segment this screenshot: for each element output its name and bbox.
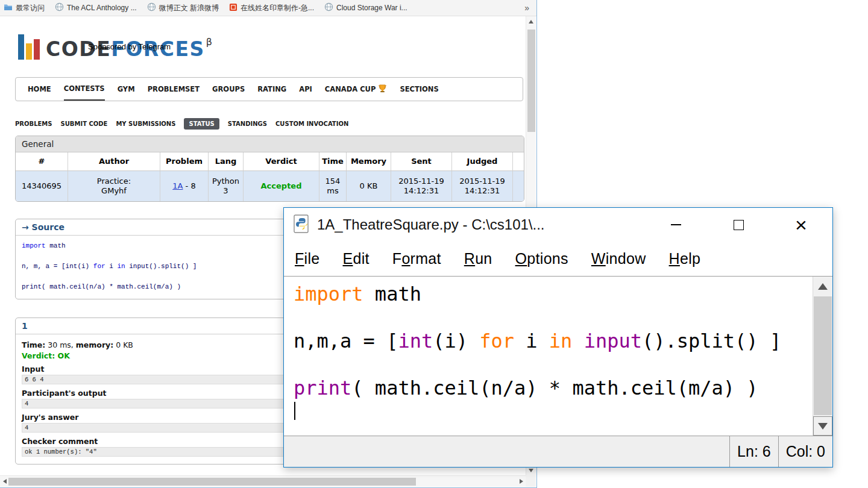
scroll-down-arrow-icon[interactable]	[529, 469, 533, 472]
bookmark-seal-maker[interactable]: 在线姓名印章制作-急...	[229, 3, 314, 13]
submission-sent: 2015-11-19 14:12:31	[391, 171, 452, 201]
nav-canada-cup[interactable]: CANADA CUP	[325, 78, 388, 101]
code-line	[294, 306, 808, 330]
code-line	[294, 400, 808, 424]
menu-file[interactable]: File	[295, 250, 320, 267]
nav-sections[interactable]: SECTIONS	[400, 78, 438, 101]
codeforces-bars-icon	[18, 34, 40, 60]
scrollbar-corner	[526, 475, 536, 487]
col-header-problem: Problem	[160, 152, 209, 171]
subnav-my-submissions[interactable]: MY SUBMISSIONS	[116, 120, 175, 127]
subnav-status[interactable]: STATUS	[184, 118, 219, 130]
main-nav: HOME CONTESTS GYM PROBLEMSET GROUPS RATI…	[15, 77, 523, 101]
menu-run[interactable]: Run	[464, 250, 492, 267]
editor-scroll-up-button[interactable]	[813, 277, 832, 296]
contest-subnav: PROBLEMS SUBMIT CODE MY SUBMISSIONS STAT…	[15, 118, 348, 130]
desktop: 最常访问 The ACL Anthology ... 微博正文 新浪微博 在线姓…	[0, 0, 868, 488]
subnav-submit-code[interactable]: SUBMIT CODE	[61, 120, 108, 127]
python-file-icon	[294, 214, 310, 236]
scroll-down-arrow-icon	[818, 423, 828, 430]
close-button[interactable]: ×	[770, 208, 832, 242]
menu-format[interactable]: Format	[392, 250, 441, 267]
col-header-sent: Sent	[391, 152, 452, 171]
subnav-custom-invocation[interactable]: CUSTOM INVOCATION	[275, 120, 348, 127]
bookmarks-overflow-chevron[interactable]: »	[521, 3, 533, 13]
bookmark-weibo[interactable]: 微博正文 新浪微博	[147, 2, 219, 13]
folder-icon	[4, 3, 13, 13]
nav-gym[interactable]: GYM	[118, 78, 135, 101]
nav-problemset[interactable]: PROBLEMSET	[148, 78, 200, 101]
submission-time: 154 ms	[319, 171, 347, 201]
bookmark-cloud-storage[interactable]: Cloud Storage War i...	[324, 2, 407, 13]
scroll-left-arrow-icon[interactable]	[3, 479, 7, 484]
code-line: import math	[294, 283, 808, 306]
bookmark-most-visited[interactable]: 最常访问	[4, 3, 45, 13]
line-indicator: Ln: 6	[729, 436, 778, 467]
subnav-problems[interactable]: PROBLEMS	[15, 120, 52, 127]
col-header-time: Time	[319, 152, 347, 171]
logo-tagline: Sponsored by Telegram	[88, 42, 171, 51]
bookmark-label: Cloud Storage War i...	[336, 4, 407, 12]
col-header-judged: Judged	[452, 152, 513, 171]
code-line: n,m,a = [int(i) for i in input().split()…	[294, 330, 808, 353]
idle-menubar: File Edit Format Run Options Window Help	[284, 242, 832, 277]
trophy-icon	[378, 84, 387, 95]
globe-icon	[147, 2, 156, 13]
editor-vertical-scrollbar[interactable]	[813, 277, 832, 436]
table-header-row: # Author Problem Lang Verdict Time Memor…	[16, 152, 524, 171]
subnav-standings[interactable]: STANDINGS	[228, 120, 267, 127]
submission-lang: Python 3	[209, 171, 244, 201]
horizontal-scroll-thumb[interactable]	[8, 478, 416, 486]
code-line: print( math.ceil(n/a) * math.ceil(m/a) )	[294, 377, 808, 400]
bookmark-label: 微博正文 新浪微博	[159, 3, 219, 13]
verdict-accepted: Accepted	[244, 181, 319, 191]
submission-id: 14340695	[16, 171, 68, 201]
nav-groups[interactable]: GROUPS	[212, 78, 245, 101]
code-editor[interactable]: import math n,m,a = [int(i) for i in inp…	[284, 277, 832, 436]
scroll-up-arrow-icon[interactable]	[529, 20, 533, 23]
col-header-id: #	[16, 152, 68, 171]
menu-options[interactable]: Options	[515, 250, 568, 267]
editor-scroll-down-button[interactable]	[813, 416, 832, 436]
close-icon: ×	[795, 214, 807, 235]
table-caption: General	[16, 136, 524, 152]
menu-help[interactable]: Help	[669, 250, 701, 267]
vertical-scroll-thumb[interactable]	[527, 30, 535, 132]
stamp-icon	[229, 3, 237, 13]
bookmark-label: 最常访问	[16, 3, 45, 13]
bookmark-label: The ACL Anthology ...	[67, 4, 137, 12]
submission-row[interactable]: 14340695 Practice: GMyhf 1A - 8 Python 3…	[16, 171, 524, 201]
submission-problem: 1A - 8	[160, 171, 209, 201]
nav-home[interactable]: HOME	[28, 78, 51, 101]
column-indicator: Col: 0	[778, 436, 832, 467]
nav-api[interactable]: API	[299, 78, 312, 101]
text-cursor	[294, 402, 295, 420]
menu-window[interactable]: Window	[591, 250, 646, 267]
scroll-right-arrow-icon[interactable]	[520, 479, 523, 484]
problem-link[interactable]: 1A	[172, 181, 183, 190]
beta-superscript: β	[206, 36, 213, 48]
nav-contests[interactable]: CONTESTS	[64, 78, 105, 101]
submission-author: Practice: GMyhf	[68, 171, 160, 201]
submission-verdict: Accepted	[244, 171, 319, 201]
col-header-lang: Lang	[209, 152, 244, 171]
col-header-verdict: Verdict	[244, 152, 319, 171]
editor-scroll-thumb[interactable]	[814, 296, 832, 415]
idle-titlebar[interactable]: 1A_TheatreSquare.py - C:\cs101\... ×	[284, 208, 832, 242]
minimize-button[interactable]	[644, 208, 707, 242]
bookmark-acl-anthology[interactable]: The ACL Anthology ...	[55, 2, 137, 13]
col-header-memory: Memory	[347, 152, 391, 171]
maximize-icon	[734, 220, 744, 230]
submission-judged: 2015-11-19 14:12:31	[452, 171, 513, 201]
maximize-button[interactable]	[707, 208, 770, 242]
submissions-table: General # Author Problem Lang Verdict Ti…	[15, 136, 524, 202]
browser-horizontal-scrollbar[interactable]	[0, 475, 526, 487]
globe-icon	[55, 2, 64, 13]
idle-window: 1A_TheatreSquare.py - C:\cs101\... × Fil…	[283, 207, 833, 468]
minimize-icon	[671, 224, 681, 225]
menu-edit[interactable]: Edit	[343, 250, 370, 267]
bookmark-label: 在线姓名印章制作-急...	[241, 3, 314, 13]
nav-rating[interactable]: RATING	[257, 78, 286, 101]
globe-icon	[324, 2, 333, 13]
bookmarks-bar: 最常访问 The ACL Anthology ... 微博正文 新浪微博 在线姓…	[0, 0, 536, 16]
